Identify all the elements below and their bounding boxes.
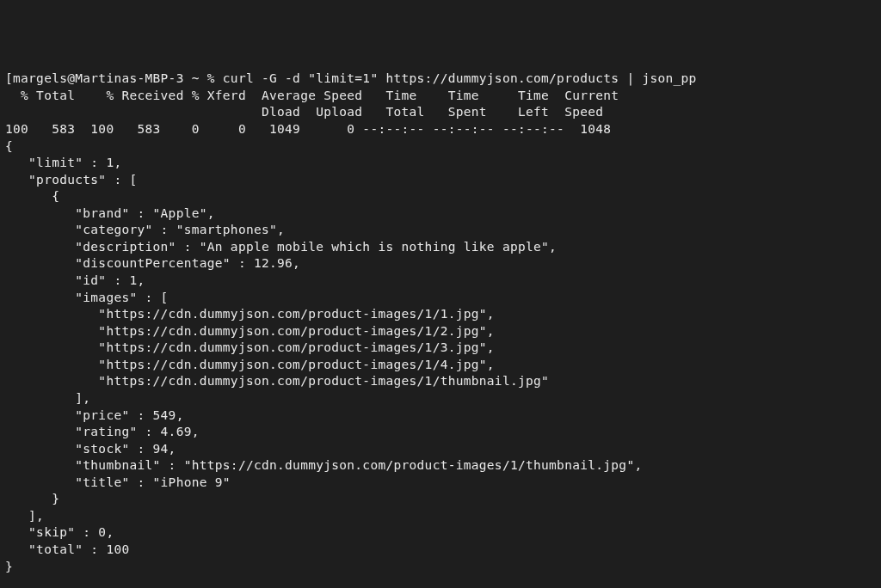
json-products-close: ], [5,509,44,523]
json-object-close: } [5,492,59,505]
json-products-open: "products" : [ [5,173,138,187]
json-brand-line: "brand" : "Apple", [5,206,215,220]
json-discount-line: "discountPercentage" : 12.96, [5,256,300,270]
terminal-output[interactable]: [margels@Martinas-MBP-3 ~ % curl -G -d "… [5,70,876,575]
json-rating-line: "rating" : 4.69, [5,425,200,438]
json-images-open: "images" : [ [5,291,169,304]
json-stock-line: "stock" : 94, [5,442,176,456]
json-object-open: { [5,189,59,203]
json-thumbnail-line: "thumbnail" : "https://cdn.dummyjson.com… [5,458,642,472]
json-price-line: "price" : 549, [5,408,184,422]
curl-stats-line: 100 583 100 583 0 0 1049 0 --:--:-- --:-… [5,122,611,136]
json-open-brace: { [5,139,13,153]
json-close-brace: } [5,560,13,573]
prompt-line: [margels@Martinas-MBP-3 ~ % curl -G -d "… [5,71,697,85]
json-title-line: "title" : "iPhone 9" [5,475,231,489]
json-total-line: "total" : 100 [5,542,129,556]
json-id-line: "id" : 1, [5,273,145,287]
curl-header-line1: % Total % Received % Xferd Average Speed… [5,89,619,102]
json-images-close: ], [5,391,90,405]
curl-header-line2: Dload Upload Total Spent Left Speed [5,105,603,119]
json-category-line: "category" : "smartphones", [5,223,285,236]
json-image-2: "https://cdn.dummyjson.com/product-image… [5,324,495,338]
json-skip-line: "skip" : 0, [5,525,114,539]
json-image-1: "https://cdn.dummyjson.com/product-image… [5,307,495,321]
json-limit-line: "limit" : 1, [5,156,121,169]
json-image-5: "https://cdn.dummyjson.com/product-image… [5,374,549,388]
json-description-line: "description" : "An apple mobile which i… [5,240,557,254]
json-image-4: "https://cdn.dummyjson.com/product-image… [5,358,495,371]
json-image-3: "https://cdn.dummyjson.com/product-image… [5,340,495,354]
